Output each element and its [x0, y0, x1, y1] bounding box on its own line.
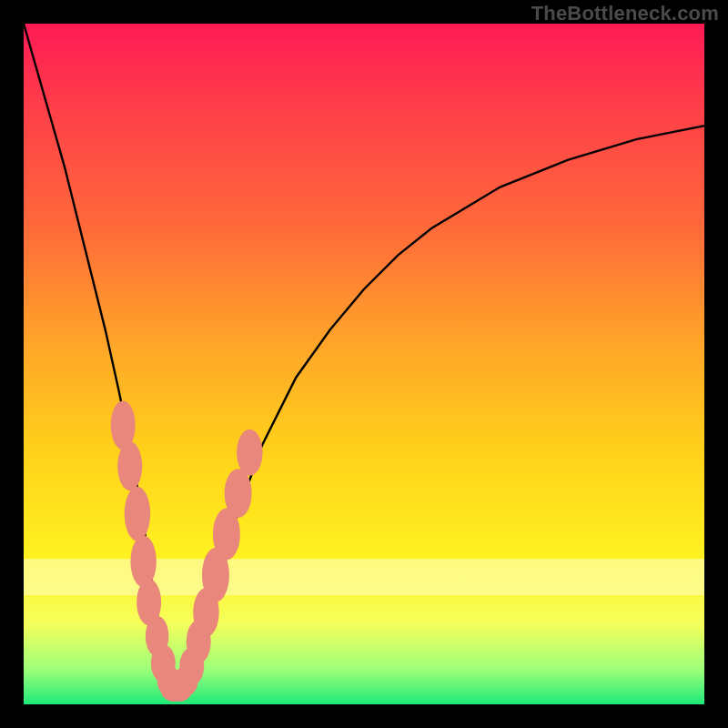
bead-cluster: [111, 400, 263, 702]
chart-frame: TheBottleneck.com: [0, 0, 728, 728]
bead: [130, 536, 156, 588]
bead: [125, 487, 150, 541]
watermark-text: TheBottleneck.com: [531, 2, 719, 25]
bead: [237, 430, 262, 476]
bead: [117, 441, 142, 490]
bead: [225, 469, 252, 518]
plot-area: [24, 24, 704, 704]
chart-svg: [24, 24, 704, 704]
bottleneck-curve: [24, 24, 704, 691]
